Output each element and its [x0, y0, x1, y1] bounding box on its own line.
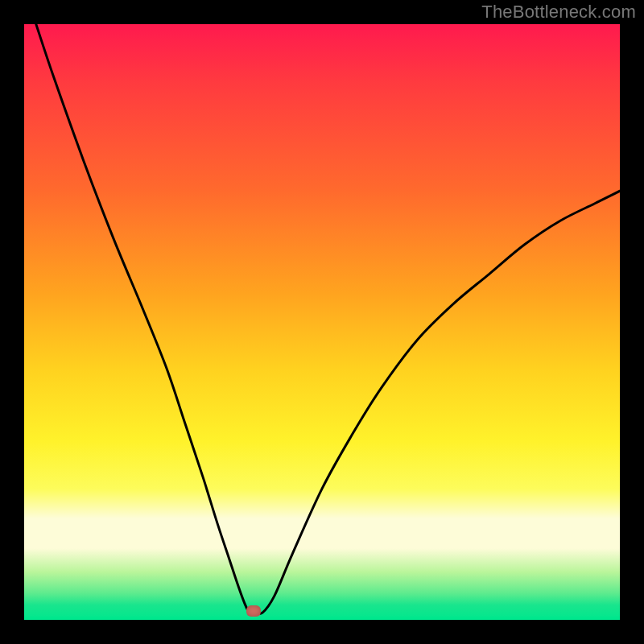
bottleneck-curve-svg [24, 24, 620, 620]
chart-root: TheBottleneck.com [0, 0, 644, 644]
bottleneck-curve-path [36, 24, 620, 614]
baseline-green-band [24, 617, 620, 620]
plot-area [24, 24, 620, 620]
watermark-text: TheBottleneck.com [481, 2, 636, 23]
optimal-point-marker [246, 605, 261, 617]
